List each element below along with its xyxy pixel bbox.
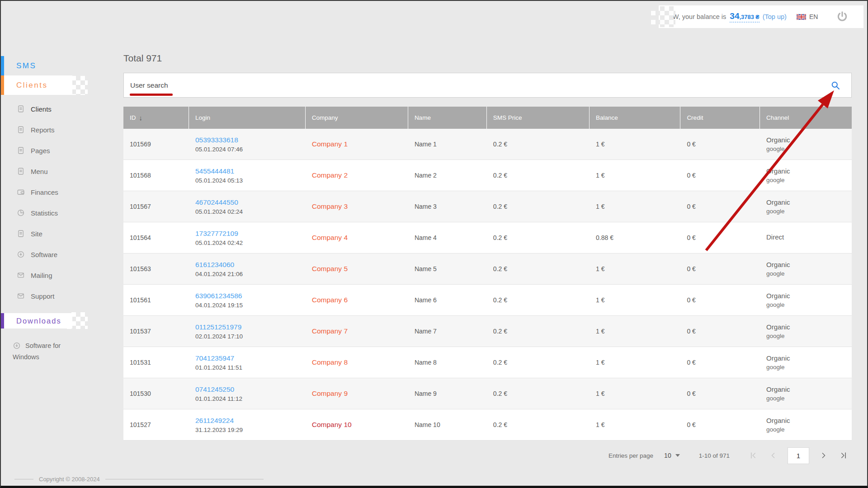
sidebar-item-menu[interactable]: Menu xyxy=(1,161,121,182)
sidebar-item-support[interactable]: Support xyxy=(1,286,121,306)
sidebar-item-label: Site xyxy=(31,230,42,238)
table-header: ID ↓ Login Company Name SMS Price Balanc… xyxy=(123,107,852,129)
cell-company[interactable]: Company 7 xyxy=(306,327,408,335)
cell-sms-price: 0.2 € xyxy=(487,172,590,179)
column-header-balance[interactable]: Balance xyxy=(590,107,680,129)
balance-fraction: ,3783 xyxy=(739,14,754,20)
cell-credit: 0 € xyxy=(680,421,760,428)
sidebar-item-clients[interactable]: Clients xyxy=(1,99,121,119)
top-up-link[interactable]: (Top up) xyxy=(763,13,787,20)
cell-credit: 0 € xyxy=(680,265,760,272)
sidebar-section-sms[interactable]: SMS xyxy=(1,56,72,75)
cell-id: 101537 xyxy=(123,328,189,335)
first-page-icon xyxy=(749,451,758,460)
column-header-channel[interactable]: Channel xyxy=(760,107,852,129)
cell-id: 101563 xyxy=(123,265,189,272)
login-link[interactable]: 17327772109 xyxy=(195,230,238,237)
chevron-left-icon xyxy=(769,451,778,460)
table-row: 101564 17327772109 05.01.2024 02:42 Comp… xyxy=(123,222,852,253)
cell-company[interactable]: Company 3 xyxy=(306,202,408,211)
search-input[interactable] xyxy=(124,73,830,97)
login-link[interactable]: 6161234060 xyxy=(195,261,234,268)
sidebar-item-finances[interactable]: Finances xyxy=(1,182,121,202)
logout-button[interactable] xyxy=(836,10,849,23)
page-size-select[interactable]: 10 xyxy=(664,452,680,459)
next-page-button[interactable] xyxy=(816,449,832,462)
cell-credit: 0 € xyxy=(680,359,760,366)
cell-company[interactable]: Company 8 xyxy=(306,358,408,366)
sidebar-item-label: Statistics xyxy=(31,209,58,217)
prev-page-button[interactable] xyxy=(765,449,781,462)
login-date: 01.01.2024 11:12 xyxy=(195,395,306,402)
cell-company[interactable]: Company 2 xyxy=(306,171,408,179)
sidebar-item-software-for-windows[interactable]: Software for Windows xyxy=(1,340,64,363)
cell-id: 101564 xyxy=(123,234,189,241)
cell-company[interactable]: Company 6 xyxy=(306,296,408,304)
language-selector[interactable]: EN xyxy=(797,13,818,20)
cell-login: 0741245250 01.01.2024 11:12 xyxy=(189,385,306,402)
cell-channel: Organic google xyxy=(760,323,852,339)
chevron-right-icon xyxy=(819,451,828,460)
column-header-id[interactable]: ID ↓ xyxy=(123,107,189,129)
login-link[interactable]: 7041235947 xyxy=(195,354,234,362)
download-icon xyxy=(13,342,21,350)
page-title: Total 971 xyxy=(123,53,852,64)
login-link[interactable]: 46702444550 xyxy=(195,198,238,206)
column-header-login[interactable]: Login xyxy=(189,107,306,129)
cell-balance: 1 € xyxy=(590,421,680,428)
sidebar: SMS Clients Clients Reports Pages Menu F… xyxy=(1,56,121,363)
login-link[interactable]: 05393333618 xyxy=(195,136,238,144)
balance-link[interactable]: 34,3783₴ xyxy=(730,11,759,23)
column-header-credit[interactable]: Credit xyxy=(680,107,760,129)
cell-balance: 1 € xyxy=(590,328,680,335)
language-label: EN xyxy=(809,13,818,20)
login-date: 05.01.2024 07:46 xyxy=(195,146,306,153)
login-link[interactable]: 5455444481 xyxy=(195,167,234,175)
sidebar-item-software[interactable]: Software xyxy=(1,244,121,265)
cell-name: Name 1 xyxy=(408,141,487,148)
first-page-button[interactable] xyxy=(745,449,761,462)
sidebar-item-statistics[interactable]: Statistics xyxy=(1,202,121,223)
cell-company[interactable]: Company 10 xyxy=(306,421,408,429)
search-button[interactable] xyxy=(830,80,851,90)
document-icon xyxy=(17,126,25,134)
cell-id: 101568 xyxy=(123,172,189,179)
table-row: 101527 2611249224 31.12.2023 19:29 Compa… xyxy=(123,409,852,441)
last-page-button[interactable] xyxy=(835,449,852,462)
cell-credit: 0 € xyxy=(680,234,760,241)
login-link[interactable]: 0741245250 xyxy=(195,385,234,393)
login-link[interactable]: 2611249224 xyxy=(195,417,234,424)
balance-currency: ₴ xyxy=(755,14,760,20)
pie-chart-icon xyxy=(17,209,25,217)
sidebar-section-downloads[interactable]: Downloads xyxy=(1,313,72,328)
login-link[interactable]: 639061234586 xyxy=(195,292,242,300)
column-header-sms-price[interactable]: SMS Price xyxy=(487,107,590,129)
copyright-text: Copyright © 2008-2024 xyxy=(39,476,100,483)
cell-name: Name 10 xyxy=(408,421,487,428)
cell-company[interactable]: Company 9 xyxy=(306,389,408,398)
table-row: 101569 05393333618 05.01.2024 07:46 Comp… xyxy=(123,129,852,160)
sidebar-item-site[interactable]: Site xyxy=(1,223,121,244)
cell-channel: Direct xyxy=(760,233,852,243)
login-link[interactable]: 011251251979 xyxy=(195,323,241,331)
cell-company[interactable]: Company 5 xyxy=(306,265,408,273)
cell-company[interactable]: Company 1 xyxy=(306,140,408,148)
cell-login: 7041235947 01.01.2024 11:51 xyxy=(189,354,306,371)
sidebar-section-clients[interactable]: Clients xyxy=(1,75,72,95)
cell-channel: Organic google xyxy=(760,354,852,371)
sidebar-item-mailing[interactable]: Mailing xyxy=(1,265,121,286)
cell-company[interactable]: Company 4 xyxy=(306,234,408,242)
cell-name: Name 4 xyxy=(408,234,487,241)
column-header-company[interactable]: Company xyxy=(306,107,408,129)
column-header-name[interactable]: Name xyxy=(408,107,487,129)
clients-table: ID ↓ Login Company Name SMS Price Balanc… xyxy=(123,107,852,441)
sidebar-item-reports[interactable]: Reports xyxy=(1,119,121,140)
table-row: 101530 0741245250 01.01.2024 11:12 Compa… xyxy=(123,378,852,409)
cell-balance: 1 € xyxy=(590,390,680,397)
sidebar-item-label: Reports xyxy=(31,126,55,134)
sidebar-section-label: Downloads xyxy=(16,317,61,325)
cell-balance: 1 € xyxy=(590,296,680,304)
login-date: 02.01.2024 17:10 xyxy=(195,333,306,340)
sidebar-item-pages[interactable]: Pages xyxy=(1,140,121,161)
current-page-input[interactable]: 1 xyxy=(788,447,809,464)
